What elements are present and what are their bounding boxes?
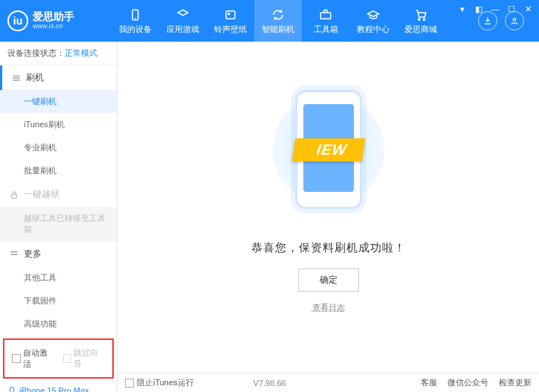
sidebar-item-advanced[interactable]: 高级功能 <box>0 312 117 335</box>
sidebar-item-other-tools[interactable]: 其他工具 <box>0 266 117 289</box>
checkbox-block-itunes[interactable]: 阻止iTunes运行 <box>125 377 194 388</box>
sidebar-section-flash[interactable]: 刷机 <box>0 65 117 90</box>
view-log-link[interactable]: 查看日志 <box>312 302 345 313</box>
logo-icon: iu <box>7 10 28 31</box>
lock-icon <box>9 190 19 200</box>
device-phone-icon <box>7 386 16 392</box>
svg-point-6 <box>423 18 425 19</box>
maximize-button[interactable]: ☐ <box>505 3 518 15</box>
main-nav: 我的设备 应用游戏 铃声壁纸 智能刷机 工具箱 教程中心 爱思商城 <box>112 0 445 42</box>
version-label: V7.98.66 <box>254 379 286 388</box>
skin-icon[interactable]: ◧ <box>472 3 485 15</box>
new-ribbon: NEW <box>291 138 364 161</box>
sidebar-item-pro-flash[interactable]: 专业刷机 <box>0 136 117 159</box>
device-name[interactable]: iPhone 15 Pro Max <box>7 386 109 392</box>
sidebar-section-jailbreak: 一键越狱 <box>0 182 117 207</box>
sidebar-item-download-firmware[interactable]: 下载固件 <box>0 289 117 312</box>
svg-rect-11 <box>12 194 17 198</box>
footer-link-support[interactable]: 客服 <box>421 377 437 388</box>
app-icon <box>175 7 190 22</box>
options-highlight-box: 自动激活 跳过向导 <box>3 338 114 379</box>
svg-point-5 <box>419 18 420 19</box>
sidebar-section-more[interactable]: 更多 <box>0 242 117 266</box>
graduation-icon <box>366 7 381 22</box>
svg-rect-14 <box>10 387 14 392</box>
sidebar-item-batch-flash[interactable]: 批量刷机 <box>0 159 117 182</box>
sidebar-item-oneclick-flash[interactable]: 一键刷机 <box>0 90 117 113</box>
refresh-icon <box>271 7 285 22</box>
svg-rect-4 <box>320 13 331 19</box>
nav-media[interactable]: 铃声壁纸 <box>207 0 254 42</box>
nav-tutorial[interactable]: 教程中心 <box>349 0 397 42</box>
success-message: 恭喜您，保资料刷机成功啦！ <box>251 241 406 255</box>
nav-apps[interactable]: 应用游戏 <box>159 0 207 42</box>
menu-icon[interactable]: ▾ <box>456 3 469 15</box>
footer-link-wechat[interactable]: 微信公众号 <box>448 377 488 388</box>
cart-icon <box>413 7 428 22</box>
logo-area: iu 爱思助手 www.i4.cn <box>7 10 112 31</box>
svg-point-7 <box>513 19 516 22</box>
app-subtitle: www.i4.cn <box>33 23 74 30</box>
more-icon <box>9 248 19 259</box>
nav-store[interactable]: 爱思商城 <box>397 0 445 42</box>
phone-icon <box>128 7 143 22</box>
list-icon <box>11 73 22 83</box>
close-button[interactable]: ✕ <box>521 3 535 15</box>
svg-point-3 <box>228 13 230 14</box>
image-icon <box>223 7 238 22</box>
nav-tools[interactable]: 工具箱 <box>302 0 349 42</box>
toolbox-icon <box>318 7 333 22</box>
success-illustration: NEW <box>265 71 392 228</box>
device-info: iPhone 15 Pro Max 512GB iPhone <box>0 382 117 392</box>
checkbox-auto-activate[interactable]: 自动激活 <box>12 347 54 370</box>
footer-bar: 阻止iTunes运行 V7.98.66 客服 微信公众号 检查更新 <box>117 373 539 392</box>
nav-flash[interactable]: 智能刷机 <box>254 0 302 42</box>
connection-status: 设备连接状态：正常模式 <box>0 42 117 65</box>
footer-link-update[interactable]: 检查更新 <box>499 377 532 388</box>
app-header: iu 爱思助手 www.i4.cn 我的设备 应用游戏 铃声壁纸 智能刷机 工具… <box>0 0 539 42</box>
main-content: NEW 恭喜您，保资料刷机成功啦！ 确定 查看日志 阻止iTunes运行 V7.… <box>117 42 539 392</box>
sidebar-jailbreak-note: 越狱工具已转移至工具箱 <box>0 207 117 242</box>
nav-my-device[interactable]: 我的设备 <box>112 0 159 42</box>
checkbox-skip-guide[interactable]: 跳过向导 <box>63 347 106 370</box>
svg-rect-2 <box>226 10 235 19</box>
sidebar: 设备连接状态：正常模式 刷机 一键刷机 iTunes刷机 专业刷机 批量刷机 一… <box>0 42 117 392</box>
ok-button[interactable]: 确定 <box>298 269 359 292</box>
minimize-button[interactable]: — <box>488 3 502 15</box>
app-title: 爱思助手 <box>33 11 74 22</box>
sidebar-item-itunes-flash[interactable]: iTunes刷机 <box>0 113 117 136</box>
